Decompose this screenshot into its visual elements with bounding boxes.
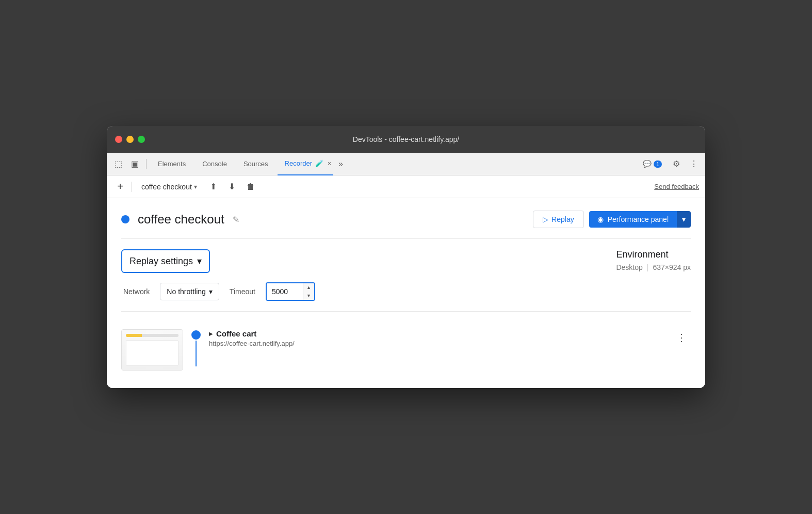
env-separator: | bbox=[647, 263, 649, 271]
devtools-window: DevTools - coffee-cart.netlify.app/ ⬚ ▣ … bbox=[107, 126, 705, 388]
device-icon: ▣ bbox=[131, 159, 139, 169]
environment-size: 637×924 px bbox=[653, 263, 691, 271]
pencil-icon: ✎ bbox=[233, 215, 239, 224]
timeout-input[interactable] bbox=[267, 283, 303, 300]
main-content: coffee checkout ✎ ▷ Replay ◉ Performance… bbox=[107, 198, 705, 388]
chevron-down-icon: ▾ bbox=[197, 255, 202, 267]
export-button[interactable]: ⬆ bbox=[206, 180, 221, 194]
stepper-down-button[interactable]: ▼ bbox=[303, 292, 314, 300]
toolbar-divider bbox=[146, 159, 147, 169]
settings-button[interactable]: ⚙ bbox=[669, 157, 684, 171]
trash-icon: 🗑 bbox=[247, 182, 255, 191]
thumbnail-content bbox=[126, 340, 178, 366]
tab-recorder-label: Recorder 🧪 bbox=[278, 159, 326, 167]
recording-name: coffee checkout bbox=[141, 183, 192, 191]
perf-icon: ◉ bbox=[597, 215, 604, 223]
environment-device: Desktop bbox=[616, 263, 642, 271]
devtools-toolbar: ⬚ ▣ Elements Console Sources Recorder 🧪 … bbox=[107, 153, 705, 175]
maximize-button[interactable] bbox=[138, 136, 145, 143]
recording-title: coffee checkout bbox=[138, 212, 224, 227]
send-feedback-button[interactable]: Send feedback bbox=[654, 183, 699, 190]
content-area: coffee checkout ✎ ▷ Replay ◉ Performance… bbox=[107, 198, 705, 388]
network-label: Network bbox=[123, 287, 150, 296]
play-icon: ▷ bbox=[543, 215, 548, 223]
recorder-close-button[interactable]: × bbox=[326, 158, 333, 169]
toolbar-right: 💬 1 ⚙ ⋮ bbox=[639, 157, 701, 171]
step-title: ▶ Coffee cart bbox=[209, 329, 664, 338]
tab-console[interactable]: Console bbox=[195, 153, 234, 175]
message-icon: 💬 bbox=[643, 160, 652, 168]
recorder-tab-wrapper: Recorder 🧪 × bbox=[278, 153, 333, 175]
network-throttling-select[interactable]: No throttling ▾ bbox=[160, 283, 219, 300]
step-url: https://coffee-cart.netlify.app/ bbox=[209, 340, 664, 347]
more-options-button[interactable]: ⋮ bbox=[687, 157, 701, 171]
tab-elements[interactable]: Elements bbox=[151, 153, 193, 175]
secondary-toolbar: + coffee checkout ▾ ⬆ ⬇ 🗑 Send feedback bbox=[107, 175, 705, 198]
step-title-text: Coffee cart bbox=[216, 329, 256, 338]
sec-divider bbox=[132, 182, 132, 192]
recording-status-dot bbox=[121, 215, 129, 223]
message-badge: 1 bbox=[654, 160, 662, 168]
environment-title: Environment bbox=[616, 249, 691, 260]
recording-header: coffee checkout ✎ ▷ Replay ◉ Performance… bbox=[121, 211, 691, 239]
recording-selector[interactable]: coffee checkout ▾ bbox=[136, 181, 202, 193]
environment-detail: Desktop | 637×924 px bbox=[616, 263, 691, 271]
throttling-value: No throttling bbox=[167, 287, 205, 296]
add-recording-button[interactable]: + bbox=[113, 180, 127, 194]
performance-panel-dropdown-button[interactable]: ▾ bbox=[677, 211, 691, 228]
more-vert-icon: ⋮ bbox=[690, 159, 698, 169]
cursor-tool-button[interactable]: ⬚ bbox=[111, 157, 125, 171]
replay-settings-button[interactable]: Replay settings ▾ bbox=[121, 249, 210, 273]
more-tabs-button[interactable]: » bbox=[335, 159, 346, 169]
replay-settings-label: Replay settings bbox=[129, 256, 193, 267]
device-toolbar-button[interactable]: ▣ bbox=[127, 157, 142, 171]
performance-panel-main-button[interactable]: ◉ Performance panel bbox=[589, 211, 677, 228]
chevron-down-icon: ▾ bbox=[209, 287, 213, 296]
messages-button[interactable]: 💬 1 bbox=[639, 158, 666, 170]
header-actions: ▷ Replay ◉ Performance panel ▾ bbox=[533, 211, 691, 228]
close-button[interactable] bbox=[115, 136, 122, 143]
thumbnail-bar bbox=[126, 334, 178, 337]
stepper-up-button[interactable]: ▲ bbox=[303, 283, 314, 292]
gear-icon: ⚙ bbox=[673, 159, 680, 169]
performance-panel-button-group: ◉ Performance panel ▾ bbox=[589, 211, 691, 228]
timeout-input-group: ▲ ▼ bbox=[266, 282, 315, 301]
replay-settings-container: Replay settings ▾ Network No throttling … bbox=[121, 249, 315, 301]
delete-recording-button[interactable]: 🗑 bbox=[243, 180, 258, 194]
chevron-down-icon: ▾ bbox=[682, 215, 686, 223]
timeout-label: Timeout bbox=[230, 287, 255, 296]
perf-label: Performance panel bbox=[608, 215, 669, 223]
import-button[interactable]: ⬇ bbox=[225, 180, 239, 194]
step-item: ▶ Coffee cart https://coffee-cart.netlif… bbox=[121, 322, 691, 378]
tab-sources[interactable]: Sources bbox=[236, 153, 275, 175]
settings-section: Replay settings ▾ Network No throttling … bbox=[121, 239, 691, 312]
environment-section: Environment Desktop | 637×924 px bbox=[616, 249, 691, 271]
replay-button[interactable]: ▷ Replay bbox=[533, 211, 584, 228]
minimize-button[interactable] bbox=[126, 136, 134, 143]
more-vert-icon: ⋮ bbox=[676, 332, 687, 343]
step-expand-button[interactable]: ▶ bbox=[209, 331, 213, 336]
step-more-button[interactable]: ⋮ bbox=[672, 329, 691, 346]
thumbnail-inner bbox=[122, 330, 183, 370]
flask-icon: 🧪 bbox=[315, 159, 323, 167]
step-connector bbox=[191, 330, 201, 366]
timeout-stepper: ▲ ▼ bbox=[303, 283, 314, 300]
traffic-lights bbox=[115, 136, 145, 143]
download-icon: ⬇ bbox=[229, 182, 235, 191]
window-title: DevTools - coffee-cart.netlify.app/ bbox=[353, 135, 459, 143]
steps-section: ▶ Coffee cart https://coffee-cart.netlif… bbox=[121, 312, 691, 388]
step-line bbox=[196, 341, 197, 366]
cursor-icon: ⬚ bbox=[115, 159, 122, 169]
upload-icon: ⬆ bbox=[210, 182, 217, 191]
title-bar: DevTools - coffee-cart.netlify.app/ bbox=[107, 126, 705, 153]
chevron-down-icon: ▾ bbox=[194, 183, 197, 190]
step-thumbnail bbox=[121, 329, 183, 371]
step-info: ▶ Coffee cart https://coffee-cart.netlif… bbox=[209, 329, 664, 347]
settings-row: Network No throttling ▾ Timeout ▲ ▼ bbox=[121, 282, 315, 301]
replay-label: Replay bbox=[551, 215, 574, 223]
step-dot bbox=[191, 330, 201, 340]
edit-title-button[interactable]: ✎ bbox=[233, 215, 239, 224]
